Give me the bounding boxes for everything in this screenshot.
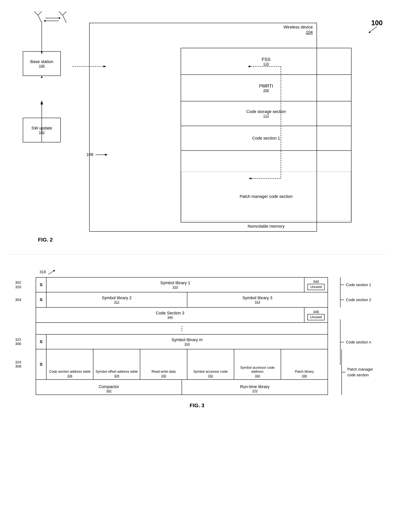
arrow-100-svg [366,25,381,34]
svg-line-1 [34,11,38,15]
ref-302: 302 [15,280,21,285]
unused-1-ref-340: 340 [313,280,319,284]
pl-ref: 336 [302,374,307,378]
symbol-library-2-ref: 312 [114,300,119,304]
sac-ref: 332 [208,374,213,378]
wireless-device-box: Wireless device 104 FSS 110 PMRTI 200 Co… [89,23,317,232]
pl-label: Patch library [294,369,315,374]
patch-manager-label: Patch manager code section [240,193,293,199]
svg-line-5 [63,11,67,15]
symbol-library-1-label: Symbol library 1 [160,280,190,285]
symbol-offset-address-table-cell: Symbol offset address table 328 [93,349,140,379]
runtime-library-cell: Run-time library 370 [182,380,327,395]
ref-318-area: 318 [40,270,377,275]
code-section-n-right-label: Code section n [346,340,371,344]
compactor-label: Compactor [99,384,119,389]
s-box-row1: S [36,278,47,292]
fss-box: FSS 110 [181,48,351,75]
fig3-container: 318 302 320 S Symbol library 1 [17,270,377,409]
ref-322: 322 [15,338,21,342]
sw-update-ref: 102 [39,131,45,135]
row-3: Code Section 3 344 346 Unused [36,308,328,323]
ref-320: 320 [15,285,21,289]
compactor-cell: Compactor 342 [36,380,182,395]
pmrti-box: PMRTI 200 [181,75,351,101]
unused-2-box: Unused [307,314,325,320]
svg-line-3 [63,15,67,23]
symbol-library-3-cell: Symbol library 3 314 [187,292,328,307]
rwd-ref: 330 [161,374,166,378]
symbol-library-3-label: Symbol library 3 [242,295,272,300]
row-dots: ⋮ [36,323,328,334]
fig3-rows-wrapper: 302 320 S Symbol library 1 310 340 Unuse… [36,277,328,395]
nvm-box: FSS 110 PMRTI 200 Code storage section 1… [181,48,352,223]
runtime-library-ref: 370 [252,389,257,393]
compactor-ref: 342 [106,389,111,393]
symbol-library-m-cell: Symbol library m 316 [47,334,327,349]
svg-marker-26 [105,154,108,156]
ref-108: 108 [86,152,110,158]
symbol-library-m-label: Symbol library m [171,337,203,342]
s-box-row6: S [36,349,47,379]
patch-manager-right-label: Patch manager code section [347,366,373,378]
svg-marker-7 [59,17,61,19]
nvm-label: Nonvolatile memory [248,224,285,229]
code-section-3-cell: Code Section 3 344 [36,308,304,322]
symbol-library-1-cell: Symbol library 1 310 [47,278,304,292]
code-section-1-box: Code section 1 [181,126,351,151]
svg-line-0 [38,15,42,23]
ref-308: 308 [15,364,21,369]
symbol-accessor-code-cell: Symbol accessor code 332 [187,349,234,379]
unused-1-box: Unused [307,284,325,290]
rwd-label: Read-write data [151,369,176,374]
right-label-cs2: Code section 2 [339,292,371,307]
right-label-cs1: Code section 1 [339,277,371,292]
sw-update-label: SW update [31,126,52,131]
svg-line-2 [38,11,42,15]
row5-left-refs: 322 306 [15,338,21,346]
svg-marker-13 [41,76,43,78]
fig3-diagram: 318 302 320 S Symbol library 1 [8,254,386,409]
code-storage-label: Code storage section [246,109,286,114]
fig2-label: FIG. 2 [38,237,53,243]
code-section-1-label: Code section 1 [252,136,280,141]
code-section-3-ref: 344 [167,316,173,319]
read-write-data-cell: Read-write data 330 [140,349,187,379]
fig3-label: FIG. 3 [17,402,377,409]
symbol-library-2-cell: Symbol library 2 312 [47,292,187,307]
svg-marker-9 [44,20,46,22]
code-storage-ref: 112 [263,114,269,118]
code-storage-box: Code storage section 112 [181,101,351,126]
csact-ref: 326 [67,374,72,378]
fss-ref: 110 [263,62,269,66]
row-6: 324 308 S Code section address table 326… [36,349,328,380]
row-2: 304 S Symbol library 2 312 Symbol librar… [36,292,328,308]
saca-ref: 334 [255,374,260,378]
base-station-box: Base station 106 [23,51,61,76]
symbol-accessor-code-address-cell: Symbol accessor code address 334 [234,349,281,379]
symbol-library-2-label: Symbol library 2 [102,295,132,300]
row-5: 322 306 S Symbol library m 316 [36,334,328,349]
patch-manager-box: Patch manager code section [181,172,351,221]
code-section-address-table-cell: Code section address table 326 [47,349,93,379]
row1-left-refs: 302 320 [15,280,21,289]
sw-update-box: SW update 102 [23,118,61,142]
row-7: Compactor 342 Run-time library 370 [36,380,328,395]
pmrti-label: PMRTI [259,83,273,89]
unused-2-ref-346: 346 [313,310,319,314]
svg-line-23 [369,26,377,32]
row-1: 302 320 S Symbol library 1 310 340 Unuse… [36,277,328,292]
pmrti-ref: 200 [263,89,269,93]
fss-label: FSS [262,57,271,62]
wireless-device-label: Wireless device [284,25,313,30]
fig2-diagram: Base station 106 SW update 102 Wireless … [8,8,386,254]
soat-label: Symbol offset address table [95,369,139,374]
symbol-library-1-ref: 310 [172,285,178,289]
symbol-library-3-ref: 314 [255,300,260,304]
svg-line-27 [48,271,54,274]
code-section-1-right-label: Code section 1 [346,283,371,287]
ref-318: 318 [40,270,46,274]
soat-ref: 328 [114,374,119,378]
right-label-pm: Patch manager code section [341,349,373,395]
ref-306: 306 [15,342,21,346]
